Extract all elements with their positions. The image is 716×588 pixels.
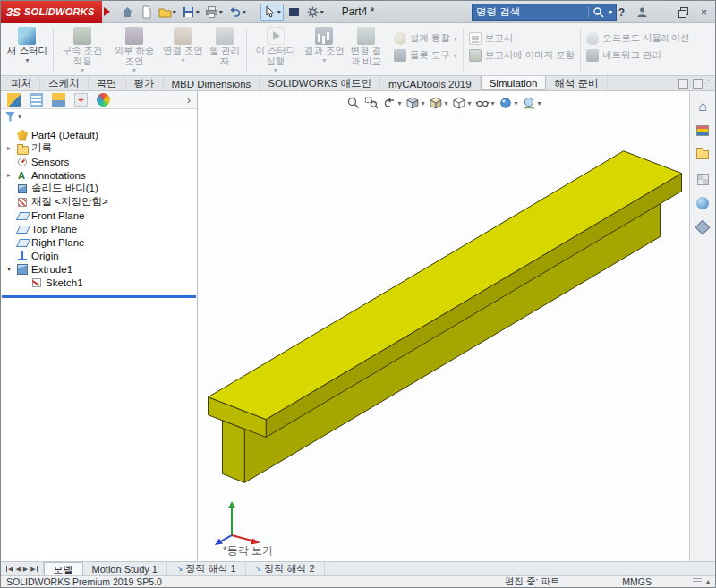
previous-view-icon[interactable] — [380, 95, 396, 111]
tree-item-part4[interactable]: Part4 (Default) — [1, 128, 197, 141]
tab-motion-study-1[interactable]: Motion Study 1 — [83, 562, 167, 575]
chevron-down-icon: ▾ — [277, 8, 281, 16]
tab-evaluate[interactable]: 평가 — [126, 76, 164, 90]
heads-up-view-toolbar: ▾ ▾ ▾ ▾ ▾ ▾ ▾ — [342, 94, 544, 112]
edit-appearance-icon[interactable] — [498, 95, 514, 111]
tree-item-origin[interactable]: Origin — [1, 249, 197, 262]
display-style-icon[interactable] — [450, 95, 466, 111]
plot-tools-button[interactable]: 플롯 도구 ▾ — [391, 48, 460, 63]
include-image-in-report-button[interactable]: 보고서에 이미지 포함 — [466, 48, 577, 63]
rollback-bar[interactable] — [2, 295, 196, 298]
search-scope-chevron-icon[interactable]: ▾ — [609, 8, 612, 16]
zoom-area-icon[interactable] — [362, 95, 379, 111]
apply-scene-icon[interactable] — [521, 95, 537, 111]
select-button[interactable]: ▾ — [260, 4, 284, 21]
print-button[interactable]: ▾ — [203, 4, 225, 20]
tab-sketch[interactable]: 스케치 — [40, 76, 89, 90]
view-palette-icon[interactable] — [695, 171, 711, 187]
undo-button[interactable]: ▾ — [226, 4, 248, 20]
external-loads-advisor-button[interactable]: 외부 하중 조언 ▾ — [108, 25, 160, 74]
home-button[interactable] — [119, 4, 136, 20]
propertymanager-icon[interactable] — [30, 93, 43, 107]
tree-filter-bar[interactable]: ▾ — [1, 109, 197, 124]
command-search[interactable]: 명령 검색 ▾ — [472, 4, 617, 21]
custom-properties-icon[interactable] — [695, 219, 711, 235]
beam-flange-side-face[interactable] — [266, 174, 681, 438]
status-grid-icon[interactable] — [693, 578, 702, 585]
tree-item-front-plane[interactable]: Front Plane — [1, 209, 197, 222]
search-icon[interactable] — [592, 6, 604, 18]
featuremanager-tree-icon[interactable] — [7, 93, 21, 107]
expand-arrow[interactable]: ▸ — [4, 144, 13, 152]
panel-flyout-chevron-icon[interactable]: › — [187, 95, 191, 106]
tree-item-right-plane[interactable]: Right Plane — [1, 235, 197, 249]
zoom-fit-icon[interactable] — [345, 95, 361, 111]
tab-static-study-1[interactable]: ↘정적 해석 1 — [167, 562, 246, 575]
pane-options-icon[interactable] — [678, 79, 688, 89]
new-study-button[interactable]: 새 스터디 ▾ — [4, 25, 50, 74]
shell-manager-button[interactable]: 쉘 관리자 — [206, 25, 243, 74]
beam-web-end-face[interactable] — [222, 421, 244, 483]
pin-ribbon-icon[interactable] — [693, 79, 703, 89]
hide-show-items-icon[interactable] — [474, 95, 490, 111]
displaymanager-icon[interactable] — [97, 93, 110, 107]
view-orientation-icon[interactable] — [427, 95, 443, 111]
scroll-next-button[interactable]: ▶ — [23, 566, 28, 572]
expand-arrow[interactable]: ▾ — [4, 265, 13, 273]
units-label[interactable]: MMGS — [622, 576, 652, 587]
file-explorer-icon[interactable] — [695, 147, 711, 163]
report-button[interactable]: 보고서 — [466, 31, 577, 46]
tab-analysis-preparation[interactable]: 해석 준비 — [546, 76, 607, 90]
scroll-first-button[interactable]: ◀ — [6, 566, 13, 572]
results-advisor-button[interactable]: 결과 조언 ▾ — [302, 25, 347, 74]
compare-results-button[interactable]: 변형 결과 비교 — [347, 25, 385, 74]
dimxpertmanager-icon[interactable]: + — [74, 93, 88, 107]
tab-mycadtools[interactable]: myCADtools 2019 — [380, 76, 481, 90]
tree-item-material[interactable]: 재질 <지정안함> — [1, 195, 197, 209]
fixtures-advisor-button[interactable]: 구속 조건 적용 ▾ — [56, 25, 108, 74]
box-selection-button[interactable] — [286, 4, 303, 20]
connections-advisor-button[interactable]: 연결 조언 ▾ — [160, 25, 206, 74]
solidworks-resources-icon[interactable]: ⌂ — [695, 98, 711, 115]
beam-top-face[interactable] — [209, 151, 682, 420]
expand-status-icon[interactable]: ▴ — [706, 578, 710, 585]
sign-in-button[interactable] — [635, 4, 650, 20]
tree-item-annotations[interactable]: ▸ Annotations — [1, 168, 197, 182]
close-button[interactable]: × — [696, 4, 712, 20]
offload-simulation-button[interactable]: 오프로드 시뮬레이션 — [584, 31, 692, 46]
collapse-ribbon-icon[interactable]: ˆ — [707, 80, 710, 88]
minimize-button[interactable]: – — [655, 4, 670, 20]
model-3d-t-beam[interactable] — [198, 91, 689, 561]
search-input[interactable]: 명령 검색 — [476, 5, 584, 19]
tree-item-sketch1[interactable]: Sketch1 — [1, 276, 197, 289]
appearances-scenes-icon[interactable] — [695, 195, 711, 211]
tree-item-sensors[interactable]: Sensors — [1, 155, 197, 168]
tab-static-study-2[interactable]: ↘정적 해석 2 — [246, 562, 325, 575]
tab-mbd-dimensions[interactable]: MBD Dimensions — [164, 76, 260, 90]
configurationmanager-icon[interactable] — [52, 93, 65, 107]
graphics-viewport[interactable]: ▾ ▾ ▾ ▾ ▾ ▾ ▾ *등각 보기 — [198, 91, 689, 561]
tree-item-history[interactable]: ▸ 기록 — [1, 141, 197, 155]
open-button[interactable]: ▾ — [157, 4, 178, 20]
design-insight-button[interactable]: 설계 통찰 ▾ — [391, 31, 460, 46]
tree-item-extrude1[interactable]: ▾ Extrude1 — [1, 262, 197, 276]
tree-item-top-plane[interactable]: Top Plane — [1, 222, 197, 235]
run-this-study-button[interactable]: 이 스터디 실행 ▾ — [250, 25, 302, 74]
tab-features[interactable]: 피처 — [3, 76, 40, 90]
tab-model[interactable]: 모델 — [44, 562, 83, 575]
help-button[interactable]: ? — [614, 4, 629, 20]
save-button[interactable]: ▾ — [180, 4, 201, 20]
options-button[interactable]: ▾ — [304, 4, 326, 20]
tab-surfaces[interactable]: 곡면 — [89, 76, 126, 90]
restore-button[interactable] — [676, 4, 691, 20]
expand-arrow[interactable]: ▸ — [4, 171, 13, 179]
tab-solidworks-addins[interactable]: SOLIDWORKS 애드인 — [260, 76, 380, 90]
new-document-button[interactable] — [138, 4, 155, 20]
tab-simulation[interactable]: Simulation — [481, 76, 547, 90]
design-library-icon[interactable] — [695, 123, 711, 139]
tree-item-solid-bodies[interactable]: 솔리드 바디(1) — [1, 182, 197, 195]
scroll-last-button[interactable]: ▶ — [30, 566, 37, 572]
manage-network-button[interactable]: 네트워크 관리 — [584, 48, 692, 63]
scroll-prev-button[interactable]: ◀ — [15, 566, 20, 572]
section-view-icon[interactable] — [404, 95, 420, 111]
